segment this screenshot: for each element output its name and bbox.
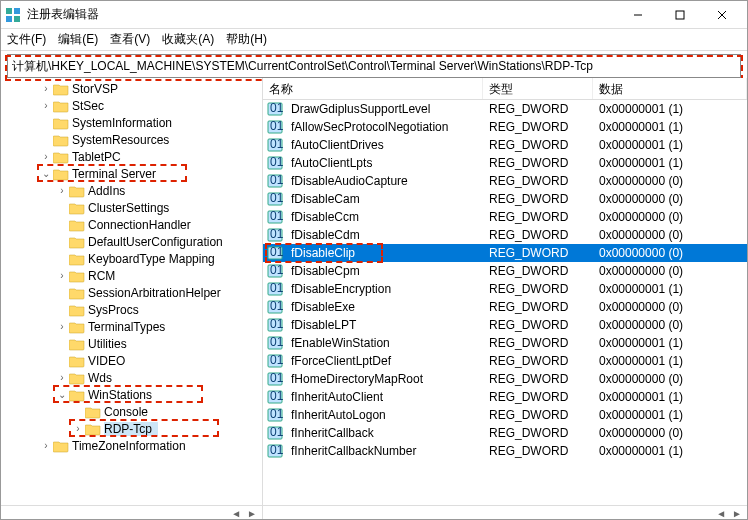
svg-text:011: 011 (270, 408, 283, 421)
svg-text:011: 011 (270, 120, 283, 133)
expander-icon[interactable]: › (39, 440, 53, 451)
address-input[interactable] (12, 59, 736, 73)
expander-icon[interactable]: › (55, 321, 69, 332)
close-button[interactable] (701, 1, 743, 29)
tree-item[interactable]: ›AddIns (1, 182, 262, 199)
folder-icon (53, 150, 69, 164)
value-row[interactable]: 011fAllowSecProtocolNegotiationREG_DWORD… (263, 118, 747, 136)
value-row[interactable]: 011fInheritAutoLogonREG_DWORD0x00000001 … (263, 406, 747, 424)
value-type: REG_DWORD (483, 120, 593, 134)
tree-item[interactable]: ›StSec (1, 97, 262, 114)
value-name: fInheritCallback (285, 426, 483, 440)
value-row[interactable]: 011fEnableWinStationREG_DWORD0x00000001 … (263, 334, 747, 352)
tree-pane[interactable]: ›StorVSP›StSecSystemInformationSystemRes… (1, 78, 263, 505)
folder-icon (69, 303, 85, 317)
value-row[interactable]: 011fDisableCamREG_DWORD0x00000000 (0) (263, 190, 747, 208)
value-data: 0x00000000 (0) (593, 426, 747, 440)
svg-rect-1 (14, 8, 20, 14)
tree-item[interactable]: SystemInformation (1, 114, 262, 131)
col-type[interactable]: 类型 (483, 78, 593, 99)
tree-item[interactable]: ConnectionHandler (1, 216, 262, 233)
tree-item[interactable]: Utilities (1, 335, 262, 352)
tree-hscroll[interactable]: ◄ ► (1, 506, 263, 520)
folder-icon (69, 286, 85, 300)
value-data: 0x00000000 (0) (593, 372, 747, 386)
menu-edit[interactable]: 编辑(E) (58, 31, 98, 48)
value-name: fAllowSecProtocolNegotiation (285, 120, 483, 134)
values-pane[interactable]: 名称 类型 数据 011DrawGdiplusSupportLevelREG_D… (263, 78, 747, 505)
tree-item[interactable]: ›TerminalTypes (1, 318, 262, 335)
value-row[interactable]: 011fDisableAudioCaptureREG_DWORD0x000000… (263, 172, 747, 190)
value-row[interactable]: 011fHomeDirectoryMapRootREG_DWORD0x00000… (263, 370, 747, 388)
expander-icon[interactable]: ⌄ (39, 168, 53, 179)
tree-item[interactable]: ›RCM (1, 267, 262, 284)
svg-text:011: 011 (270, 138, 283, 151)
menu-view[interactable]: 查看(V) (110, 31, 150, 48)
value-name: fDisableCpm (285, 264, 483, 278)
folder-icon (85, 405, 101, 419)
value-type: REG_DWORD (483, 156, 593, 170)
window-title: 注册表编辑器 (27, 6, 617, 23)
expander-icon[interactable]: › (55, 270, 69, 281)
value-type: REG_DWORD (483, 228, 593, 242)
col-name[interactable]: 名称 (263, 78, 483, 99)
tree-item-label: TerminalTypes (88, 320, 171, 334)
tree-item[interactable]: SystemResources (1, 131, 262, 148)
value-row[interactable]: 011fDisableCpmREG_DWORD0x00000000 (0) (263, 262, 747, 280)
tree-item[interactable]: VIDEO (1, 352, 262, 369)
tree-item[interactable]: ›Wds (1, 369, 262, 386)
value-row[interactable]: 011DrawGdiplusSupportLevelREG_DWORD0x000… (263, 100, 747, 118)
expander-icon[interactable]: ⌄ (55, 389, 69, 400)
tree-item[interactable]: ClusterSettings (1, 199, 262, 216)
expander-icon[interactable]: › (55, 372, 69, 383)
value-row[interactable]: 011fDisableExeREG_DWORD0x00000000 (0) (263, 298, 747, 316)
list-body: 011DrawGdiplusSupportLevelREG_DWORD0x000… (263, 100, 747, 460)
app-icon (5, 7, 21, 23)
tree-item[interactable]: ›TabletPC (1, 148, 262, 165)
expander-icon[interactable]: › (71, 423, 85, 434)
list-hscroll[interactable]: ◄ ► (263, 506, 747, 520)
value-name: fDisableClip (285, 246, 483, 260)
value-row[interactable]: 011fDisableClipREG_DWORD0x00000000 (0) (263, 244, 747, 262)
tree-item[interactable]: ›TimeZoneInformation (1, 437, 262, 454)
tree-item[interactable]: ›RDP-Tcp (1, 420, 262, 437)
menu-help[interactable]: 帮助(H) (226, 31, 267, 48)
minimize-button[interactable] (617, 1, 659, 29)
tree-item[interactable]: ⌄WinStations (1, 386, 262, 403)
value-type: REG_DWORD (483, 354, 593, 368)
expander-icon[interactable]: › (55, 185, 69, 196)
tree-item-label: VIDEO (88, 354, 131, 368)
expander-icon[interactable]: › (39, 100, 53, 111)
value-row[interactable]: 011fDisableLPTREG_DWORD0x00000000 (0) (263, 316, 747, 334)
tree-item[interactable]: ›StorVSP (1, 80, 262, 97)
value-row[interactable]: 011fAutoClientDrivesREG_DWORD0x00000001 … (263, 136, 747, 154)
value-name: fHomeDirectoryMapRoot (285, 372, 483, 386)
value-row[interactable]: 011fInheritCallbackNumberREG_DWORD0x0000… (263, 442, 747, 460)
value-name: DrawGdiplusSupportLevel (285, 102, 483, 116)
value-row[interactable]: 011fDisableCcmREG_DWORD0x00000000 (0) (263, 208, 747, 226)
expander-icon[interactable]: › (39, 151, 53, 162)
col-data[interactable]: 数据 (593, 78, 747, 99)
tree-item[interactable]: KeyboardType Mapping (1, 250, 262, 267)
expander-icon[interactable]: › (39, 83, 53, 94)
value-type: REG_DWORD (483, 300, 593, 314)
maximize-button[interactable] (659, 1, 701, 29)
value-row[interactable]: 011fAutoClientLptsREG_DWORD0x00000001 (1… (263, 154, 747, 172)
tree-item[interactable]: SysProcs (1, 301, 262, 318)
value-name: fDisableCdm (285, 228, 483, 242)
tree-item[interactable]: ⌄Terminal Server (1, 165, 262, 182)
tree-item-label: WinStations (88, 388, 158, 402)
menu-fav[interactable]: 收藏夹(A) (162, 31, 214, 48)
value-row[interactable]: 011fDisableEncryptionREG_DWORD0x00000001… (263, 280, 747, 298)
tree-item[interactable]: Console (1, 403, 262, 420)
value-name: fEnableWinStation (285, 336, 483, 350)
value-row[interactable]: 011fForceClientLptDefREG_DWORD0x00000001… (263, 352, 747, 370)
value-row[interactable]: 011fInheritAutoClientREG_DWORD0x00000001… (263, 388, 747, 406)
folder-icon (69, 201, 85, 215)
menu-file[interactable]: 文件(F) (7, 31, 46, 48)
value-row[interactable]: 011fInheritCallbackREG_DWORD0x00000000 (… (263, 424, 747, 442)
tree-item-label: Utilities (88, 337, 133, 351)
value-row[interactable]: 011fDisableCdmREG_DWORD0x00000000 (0) (263, 226, 747, 244)
tree-item[interactable]: SessionArbitrationHelper (1, 284, 262, 301)
tree-item[interactable]: DefaultUserConfiguration (1, 233, 262, 250)
